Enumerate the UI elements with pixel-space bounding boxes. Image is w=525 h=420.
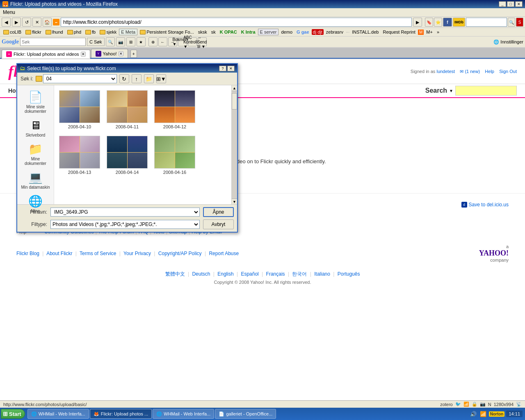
lang-pt[interactable]: Português — [338, 271, 360, 277]
bk-more[interactable]: » — [435, 29, 441, 35]
search-toolbar-input[interactable] — [466, 18, 507, 27]
tab-yahoo[interactable]: Y Yahoo! ✕ — [91, 49, 128, 58]
taskbar-item-openoffice[interactable]: 📄 galleriet - OpenOffice... — [215, 409, 276, 419]
bk-flickr[interactable]: flickr — [24, 29, 43, 35]
bk-server[interactable]: E server — [258, 29, 279, 35]
scroll-up-btn[interactable]: ▲ — [232, 85, 237, 91]
bk-gae[interactable]: G gae — [295, 29, 311, 35]
folder-2008-04-16[interactable]: 2008-04-16 — [153, 134, 197, 176]
lang-en[interactable]: English — [217, 271, 233, 277]
toolbar-refresh-btn[interactable]: ↻ — [119, 74, 129, 83]
nav-extra-2[interactable]: ⭐ — [434, 18, 442, 27]
bk-meta[interactable]: E Meta — [119, 29, 137, 35]
bk-persistent[interactable]: Persistent Storage Fo... — [138, 29, 196, 35]
bk-lhund[interactable]: lhund — [44, 29, 65, 35]
toolbar-view-btn[interactable]: ⊞▼ — [156, 74, 166, 83]
close-btn[interactable]: ✕ — [515, 1, 523, 7]
stop-btn[interactable]: ✕ — [32, 18, 41, 27]
sign-out-link[interactable]: Sign Out — [499, 69, 517, 74]
lang-de[interactable]: Deutsch — [192, 271, 210, 277]
bk-sksk[interactable]: sksk — [196, 29, 209, 35]
taskbar-network-icon[interactable]: 📶 — [479, 410, 487, 418]
flickr-blog-link[interactable]: Flickr Blog — [16, 251, 39, 256]
nav-extra-1[interactable]: 🔖 — [425, 18, 433, 27]
filename-input[interactable]: IMG_3649.JPG — [50, 208, 200, 217]
privacy-link[interactable]: Your Privacy — [123, 251, 151, 256]
report-abuse-link[interactable]: Report Abuse — [209, 251, 239, 256]
scroll-thumb[interactable] — [232, 93, 237, 110]
taskbar-item-whm1[interactable]: 🌐 WHMail - Web Interfa... — [27, 409, 89, 419]
search-input[interactable] — [455, 86, 517, 96]
google-search-btn[interactable]: C Søk — [87, 38, 105, 46]
terms-link[interactable]: Terms of Service — [80, 251, 116, 256]
filetype-select[interactable]: Photos and Videos (*.jpg;*.JPG;*.jpeg;*.… — [50, 220, 200, 229]
taskbar-item-flickr[interactable]: 🦊 Flickr: Upload photos ... — [90, 409, 152, 419]
menu-item-menu[interactable]: Menu — [2, 9, 16, 16]
go-btn[interactable]: ▶ — [413, 18, 422, 27]
delicious-link[interactable]: Save to del.icio.us — [469, 202, 509, 208]
google-extra-2[interactable]: ← — [158, 37, 167, 46]
innstillinger-btn[interactable]: 🌐 Innstillinger — [493, 39, 523, 45]
new-tab-btn[interactable]: + — [130, 50, 137, 58]
lang-es[interactable]: Español — [241, 271, 258, 277]
lang-it[interactable]: Italiano — [314, 271, 330, 277]
bk-demo[interactable]: demo — [279, 29, 294, 35]
toolbar-up-btn[interactable]: ↑ — [132, 74, 142, 83]
start-button[interactable]: ⊞ Start — [1, 409, 25, 419]
taskbar-item-whm2[interactable]: 🌐 WHMail - Web Interfa... — [153, 409, 214, 419]
bk-request[interactable]: Request Reprint — [381, 29, 417, 35]
bk-fb[interactable]: fb — [84, 29, 97, 35]
google-search-input[interactable] — [20, 38, 86, 46]
google-btn-4[interactable]: ⊞ — [126, 37, 135, 46]
cancel-btn[interactable]: Avbryt — [203, 219, 234, 229]
imdb-btn[interactable]: IMDb — [453, 18, 465, 27]
shortcut-recent[interactable]: 📄 Mine siste dokumenter — [19, 89, 52, 115]
search-toolbar-btn[interactable]: 🔍 — [508, 18, 515, 27]
shortcut-my-docs[interactable]: 📁 Mine dokumenter — [19, 141, 52, 167]
copyright-link[interactable]: Copyright/AP Policy — [158, 251, 202, 256]
folder-2008-04-14[interactable]: 2008-04-14 — [105, 134, 149, 176]
minimize-btn[interactable]: _ — [499, 1, 506, 7]
bk-install[interactable]: INSTALL.deb — [350, 29, 380, 35]
shortcut-desktop[interactable]: 🖥 Skrivebord — [19, 117, 52, 139]
bk-djt[interactable]: dj djt — [312, 29, 324, 35]
bk-m-plus[interactable]: M+ — [425, 29, 434, 35]
bk-sk[interactable]: sk — [210, 29, 217, 35]
shortcut-my-computer[interactable]: 💻 Min datamaskin — [19, 169, 52, 191]
about-flickr-link[interactable]: About Flickr — [46, 251, 72, 256]
home-btn[interactable]: 🏠 — [43, 18, 52, 27]
tab-flickr-close[interactable]: ✕ — [81, 52, 86, 57]
save-delicious[interactable]: d Save to del.icio.us — [461, 202, 509, 238]
bk-phd[interactable]: phd — [66, 29, 83, 35]
dialog-close-btn[interactable]: ✕ — [227, 66, 235, 71]
taskbar-sound-icon[interactable]: 🔊 — [469, 410, 477, 418]
lang-zh[interactable]: 繁體中文 — [165, 271, 185, 277]
toolbar-new-folder-btn[interactable]: 📁 — [144, 74, 154, 83]
google-btn-2[interactable]: 🔍 — [106, 37, 115, 46]
path-dropdown[interactable]: 04 — [43, 74, 117, 83]
lang-fr[interactable]: Français — [266, 271, 285, 277]
bk-sjekk[interactable]: sjekk — [98, 29, 118, 35]
bk-colib[interactable]: coLIB — [2, 29, 23, 35]
back-btn[interactable]: ◀ — [2, 18, 11, 27]
bk-opac[interactable]: K OPAC — [218, 29, 239, 35]
tab-yahoo-close[interactable]: ✕ — [119, 51, 123, 56]
folder-2008-04-10[interactable]: 2008-04-10 — [57, 89, 102, 131]
folder-2008-04-13[interactable]: 2008-04-13 — [57, 134, 102, 176]
username-link[interactable]: lundetest — [436, 69, 455, 74]
google-extra-1[interactable]: ⊕ — [148, 37, 158, 46]
norton-icon[interactable]: Norton — [489, 411, 505, 417]
stylus-btn[interactable]: S — [516, 18, 523, 27]
help-link[interactable]: Help — [485, 69, 494, 74]
open-btn[interactable]: Åpne — [203, 207, 234, 217]
bk-zebrasrv[interactable]: zebrasrv — [324, 29, 345, 35]
google-btn-3[interactable]: 📷 — [116, 37, 125, 46]
send-btn[interactable]: → Send til ▼ — [198, 37, 207, 46]
address-bar[interactable] — [61, 18, 412, 27]
spell-btn[interactable]: ABC Kontroller ▼ — [188, 37, 197, 46]
reload-btn[interactable]: ↺ — [22, 18, 31, 27]
facebook-icon[interactable]: f — [443, 18, 452, 27]
bk-intra[interactable]: K Intra — [240, 29, 257, 35]
title-bar-buttons[interactable]: _ □ ✕ — [499, 1, 523, 7]
dialog-title-buttons[interactable]: ? ✕ — [219, 66, 235, 71]
